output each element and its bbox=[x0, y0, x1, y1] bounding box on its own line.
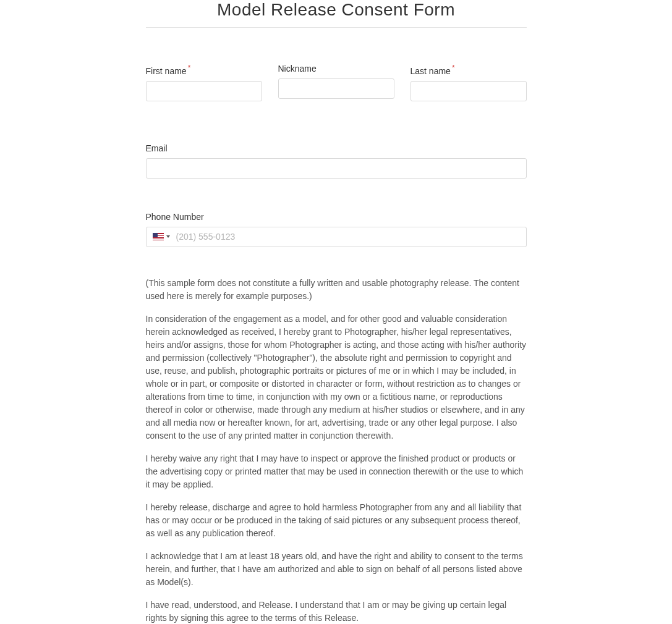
last-name-label-text: Last name bbox=[410, 66, 451, 76]
phone-input[interactable] bbox=[176, 232, 520, 242]
last-name-label: Last name* bbox=[410, 64, 527, 76]
email-label: Email bbox=[146, 143, 527, 153]
required-star-icon: * bbox=[452, 64, 455, 72]
first-name-label: First name* bbox=[146, 64, 262, 76]
email-input[interactable] bbox=[146, 158, 527, 179]
consent-paragraph: I hereby waive any right that I may have… bbox=[146, 452, 527, 491]
phone-label: Phone Number bbox=[146, 212, 527, 222]
consent-paragraph: I hereby release, discharge and agree to… bbox=[146, 501, 527, 540]
form-container: Model Release Consent Form First name* N… bbox=[146, 0, 527, 624]
phone-input-wrapper bbox=[146, 227, 527, 247]
page-title: Model Release Consent Form bbox=[146, 0, 527, 28]
first-name-label-text: First name bbox=[146, 66, 187, 76]
chevron-down-icon bbox=[166, 235, 170, 238]
consent-paragraph: I acknowledge that I am at least 18 year… bbox=[146, 550, 527, 589]
consent-paragraph: I have read, understood, and Release. I … bbox=[146, 599, 527, 624]
nickname-group: Nickname bbox=[278, 64, 394, 101]
last-name-group: Last name* bbox=[410, 64, 527, 101]
consent-paragraph: In consideration of the engagement as a … bbox=[146, 313, 527, 442]
last-name-input[interactable] bbox=[410, 81, 527, 101]
phone-group: Phone Number bbox=[146, 212, 527, 247]
first-name-input[interactable] bbox=[146, 81, 262, 101]
required-star-icon: * bbox=[188, 64, 191, 72]
first-name-group: First name* bbox=[146, 64, 262, 101]
consent-paragraph: (This sample form does not constitute a … bbox=[146, 277, 527, 303]
flag-us-icon bbox=[153, 233, 164, 240]
name-row: First name* Nickname Last name* bbox=[146, 64, 527, 101]
consent-text-block: (This sample form does not constitute a … bbox=[146, 277, 527, 624]
nickname-input[interactable] bbox=[278, 78, 394, 99]
nickname-label: Nickname bbox=[278, 64, 394, 74]
email-group: Email bbox=[146, 143, 527, 179]
country-code-selector[interactable] bbox=[153, 233, 176, 240]
